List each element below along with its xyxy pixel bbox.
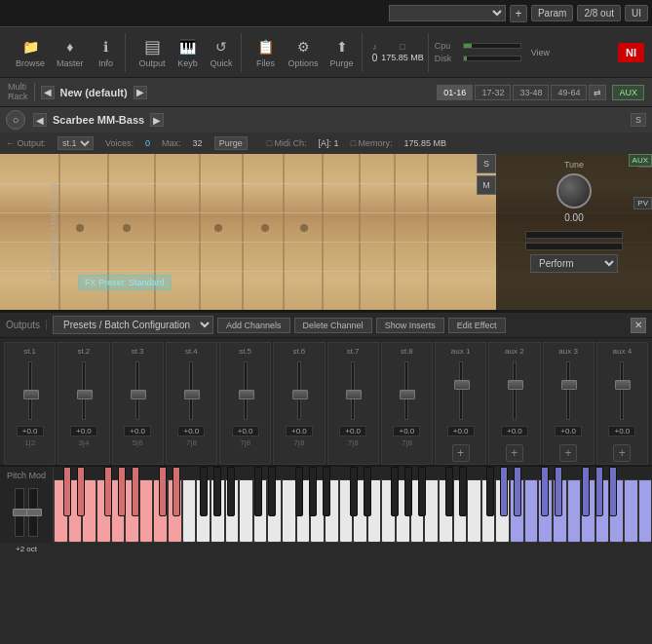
aux-button[interactable]: AUX [612, 85, 644, 100]
fader-value[interactable]: +0.0 [555, 426, 582, 436]
white-key-22[interactable] [367, 479, 382, 543]
preset-nav-right[interactable]: ▶ [134, 86, 147, 99]
output-select[interactable]: st.1 [58, 136, 94, 150]
white-key-12[interactable] [225, 479, 240, 543]
fader-track[interactable] [189, 361, 193, 420]
white-key-6[interactable] [139, 479, 154, 543]
topbar-io-button[interactable]: 2/8 out [577, 5, 621, 21]
fader-add-button[interactable]: + [506, 444, 523, 462]
white-key-36[interactable] [567, 479, 582, 543]
white-key-9[interactable] [182, 479, 197, 543]
white-key-18[interactable] [310, 479, 325, 543]
fader-track[interactable] [404, 361, 408, 420]
tab-01-16[interactable]: 01-16 [437, 85, 473, 100]
outputs-close-button[interactable]: ✕ [631, 318, 646, 333]
fader-track[interactable] [244, 361, 248, 420]
fader-track[interactable] [513, 361, 517, 420]
white-key-1[interactable] [68, 479, 83, 543]
white-key-15[interactable] [267, 479, 282, 543]
white-key-21[interactable] [353, 479, 367, 543]
white-key-19[interactable] [325, 479, 339, 543]
white-key-17[interactable] [296, 479, 311, 543]
fader-value[interactable]: +0.0 [286, 426, 313, 436]
white-key-25[interactable] [410, 479, 425, 543]
pitch-slider-1[interactable] [15, 488, 24, 537]
white-key-33[interactable] [524, 479, 539, 543]
aux-right-button[interactable]: AUX [629, 154, 652, 167]
white-key-11[interactable] [211, 479, 225, 543]
topbar-param-button[interactable]: Param [531, 5, 573, 21]
white-key-26[interactable] [424, 479, 439, 543]
toolbar-purge[interactable]: ⬆ Purge [326, 35, 358, 70]
instrument-s-button[interactable]: S [631, 113, 646, 127]
fader-value[interactable]: +0.0 [232, 426, 259, 436]
fader-value[interactable]: +0.0 [70, 426, 97, 436]
toolbar-files[interactable]: 📋 Files [251, 35, 281, 70]
fader-value[interactable]: +0.0 [393, 426, 420, 436]
white-key-24[interactable] [396, 479, 410, 543]
keyboard-area[interactable] [54, 467, 652, 543]
tab-49-64[interactable]: 49-64 [551, 85, 587, 100]
tab-17-32[interactable]: 17-32 [475, 85, 511, 100]
white-key-14[interactable] [253, 479, 268, 543]
edit-effect-button[interactable]: Edit Effect [448, 318, 506, 333]
fader-value[interactable]: +0.0 [339, 426, 366, 436]
toolbar-master[interactable]: ♦ Master [53, 35, 88, 70]
fader-value[interactable]: +0.0 [501, 426, 528, 436]
topbar-dropdown[interactable] [389, 5, 506, 21]
white-key-13[interactable] [239, 479, 253, 543]
tab-33-48[interactable]: 33-48 [513, 85, 549, 100]
white-key-20[interactable] [339, 479, 354, 543]
white-key-29[interactable] [467, 479, 481, 543]
toolbar-options[interactable]: ⚙ Options [285, 35, 323, 70]
toolbar-view[interactable]: View [527, 46, 554, 59]
pitch-slider-2[interactable] [28, 488, 38, 537]
fader-value[interactable]: +0.0 [608, 426, 635, 436]
white-key-30[interactable] [481, 479, 496, 543]
white-key-7[interactable] [153, 479, 168, 543]
fader-add-button[interactable]: + [613, 444, 631, 462]
white-key-0[interactable] [54, 479, 68, 543]
fader-add-button[interactable]: + [452, 444, 470, 462]
topbar-plus-button[interactable]: + [510, 5, 527, 22]
white-key-16[interactable] [282, 479, 296, 543]
fader-track[interactable] [135, 361, 139, 420]
toolbar-info[interactable]: ℹ Info [92, 35, 121, 70]
fader-add-button[interactable]: + [559, 444, 577, 462]
white-key-10[interactable] [196, 479, 211, 543]
white-key-31[interactable] [495, 479, 510, 543]
white-key-34[interactable] [538, 479, 553, 543]
white-key-5[interactable] [125, 479, 139, 543]
fader-value[interactable]: +0.0 [17, 426, 44, 436]
white-key-40[interactable] [624, 479, 638, 543]
fader-track[interactable] [82, 361, 86, 420]
perform-select[interactable]: Perform [530, 254, 618, 273]
instrument-nav-right[interactable]: ▶ [150, 113, 164, 127]
topbar-ui-button[interactable]: UI [625, 5, 648, 21]
outputs-preset-select[interactable]: Presets / Batch Configuration [53, 316, 213, 334]
white-key-38[interactable] [595, 479, 610, 543]
s-mute-button[interactable]: S [477, 154, 496, 173]
toolbar-output[interactable]: ▤ Output [135, 35, 170, 70]
white-key-32[interactable] [510, 479, 524, 543]
white-key-4[interactable] [111, 479, 126, 543]
white-key-8[interactable] [168, 479, 182, 543]
white-key-23[interactable] [381, 479, 396, 543]
toolbar-browse[interactable]: 📁 Browse [12, 35, 49, 70]
white-key-35[interactable] [553, 479, 567, 543]
delete-channel-button[interactable]: Delete Channel [294, 318, 372, 333]
tab-expand-button[interactable]: ⇄ [589, 85, 606, 100]
white-key-41[interactable] [638, 479, 652, 543]
white-key-28[interactable] [453, 479, 468, 543]
white-key-3[interactable] [96, 479, 111, 543]
fader-value[interactable]: +0.0 [177, 426, 205, 436]
fader-track[interactable] [297, 361, 301, 420]
fader-track[interactable] [28, 361, 32, 420]
fader-track[interactable] [351, 361, 355, 420]
fader-track[interactable] [566, 361, 570, 420]
toolbar-quick[interactable]: ↺ Quick [207, 35, 237, 70]
white-key-39[interactable] [609, 479, 624, 543]
show-inserts-button[interactable]: Show Inserts [376, 318, 444, 333]
tune-knob[interactable] [556, 173, 592, 208]
preset-nav-left[interactable]: ◀ [41, 86, 55, 99]
